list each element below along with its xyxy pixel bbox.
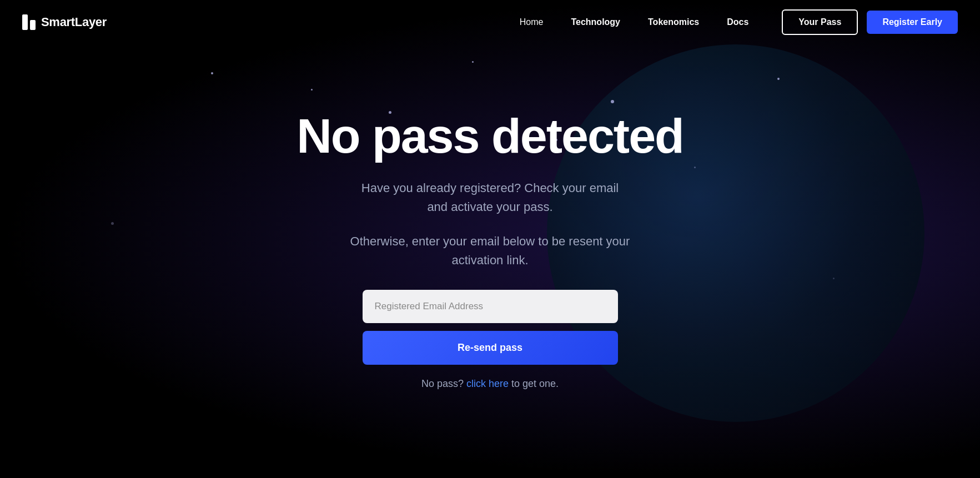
email-input[interactable] xyxy=(363,290,618,323)
no-pass-text: No pass? click here to get one. xyxy=(421,378,559,390)
email-input-wrapper xyxy=(363,290,618,323)
nav-links: Home Technology Tokenomics Docs xyxy=(520,17,749,27)
logo: SmartLayer xyxy=(22,14,107,30)
click-here-link[interactable]: click here xyxy=(466,378,509,389)
logo-text: SmartLayer xyxy=(41,15,107,29)
hero-subtitle-1: Have you already registered? Check your … xyxy=(351,179,629,217)
no-pass-suffix: to get one. xyxy=(511,378,559,389)
nav-technology[interactable]: Technology xyxy=(571,17,620,27)
logo-bar-short xyxy=(30,20,36,30)
register-early-button[interactable]: Register Early xyxy=(867,11,958,34)
nav-tokenomics[interactable]: Tokenomics xyxy=(648,17,699,27)
main-content: No pass detected Have you already regist… xyxy=(0,44,980,478)
hero-title: No pass detected xyxy=(296,110,684,162)
no-pass-prefix: No pass? xyxy=(421,378,464,389)
nav-docs[interactable]: Docs xyxy=(727,17,748,27)
your-pass-button[interactable]: Your Pass xyxy=(782,9,858,35)
hero-subtitle-2: Otherwise, enter your email below to be … xyxy=(346,232,635,270)
navbar: SmartLayer Home Technology Tokenomics Do… xyxy=(0,0,980,44)
resend-pass-button[interactable]: Re-send pass xyxy=(363,331,618,365)
nav-actions: Your Pass Register Early xyxy=(782,9,958,35)
logo-bar-tall xyxy=(22,14,28,30)
logo-icon xyxy=(22,14,36,30)
nav-home[interactable]: Home xyxy=(520,17,544,27)
